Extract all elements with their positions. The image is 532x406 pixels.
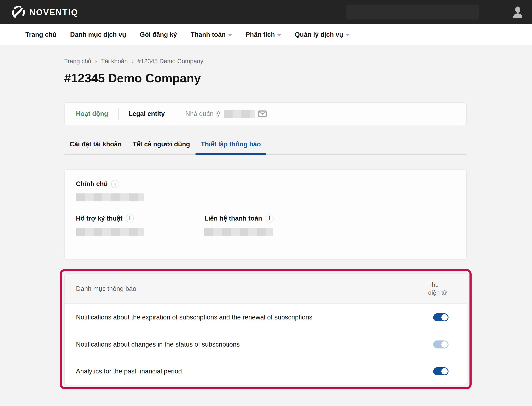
nav-item-subscriptions[interactable]: Gói đăng ký — [140, 31, 177, 38]
nav-item-home[interactable]: Trang chủ — [25, 31, 56, 38]
info-icon[interactable]: i — [266, 214, 273, 222]
notification-row-status-changes: Notifications about changes in the statu… — [65, 331, 467, 358]
divider — [175, 108, 175, 120]
tab-all-users[interactable]: Tất cả người dùng — [127, 140, 196, 154]
notification-row-expiration: Notifications about the expiration of su… — [65, 304, 467, 331]
chevron-down-icon — [346, 34, 350, 36]
email-toggle[interactable] — [433, 341, 448, 348]
notification-table-header: Danh mục thông báo Thư điện tử — [65, 274, 467, 304]
chevron-down-icon — [277, 34, 281, 36]
status-active-label: Hoạt động — [76, 110, 108, 118]
legal-entity-label: Legal entity — [129, 110, 165, 118]
email-toggle[interactable] — [433, 313, 448, 321]
highlight-annotation: Danh mục thông báo Thư điện tử Notificat… — [60, 269, 472, 389]
page-title: #12345 Demo Company — [64, 70, 532, 86]
tab-account-settings[interactable]: Cài đặt tài khoản — [64, 140, 127, 154]
header-search-input[interactable] — [346, 5, 479, 20]
billing-contact-label: Liên hệ thanh toán i — [204, 214, 455, 222]
breadcrumb-home[interactable]: Trang chủ — [64, 57, 91, 65]
user-menu-button[interactable] — [511, 6, 525, 19]
person-icon — [512, 6, 523, 18]
nav-item-service-catalog[interactable]: Danh mục dịch vụ — [70, 31, 126, 38]
breadcrumb-separator: › — [132, 57, 134, 65]
notification-settings-card: Danh mục thông báo Thư điện tử Notificat… — [64, 274, 467, 385]
email-column-header: Thư điện tử — [428, 281, 451, 297]
nav-item-billing[interactable]: Thanh toán — [191, 31, 232, 38]
primary-contact-redacted — [76, 193, 144, 201]
notification-row-label: Notifications about the expiration of su… — [76, 314, 312, 321]
notification-row-label: Analytics for the past financial period — [76, 368, 182, 375]
top-header: NOVENTIQ — [0, 0, 532, 24]
breadcrumb-current: #12345 Demo Company — [137, 57, 203, 65]
billing-contact-redacted — [204, 228, 273, 236]
nav-item-analytics[interactable]: Phân tích — [246, 31, 281, 38]
contacts-card: Chính chủ i Hỗ trợ kỹ thuật i Liên hệ th… — [64, 169, 467, 260]
tab-notification-settings[interactable]: Thiết lập thông báo — [196, 140, 266, 154]
tech-support-redacted — [76, 228, 144, 236]
notification-row-analytics: Analytics for the past financial period — [65, 358, 467, 384]
breadcrumb: Trang chủ › Tài khoản › #12345 Demo Comp… — [64, 57, 532, 65]
primary-contact-label: Chính chủ i — [76, 180, 455, 188]
breadcrumb-separator: › — [95, 57, 97, 65]
email-envelope-icon[interactable] — [258, 110, 267, 117]
info-icon[interactable]: i — [126, 214, 134, 222]
info-icon[interactable]: i — [111, 180, 119, 188]
chevron-down-icon — [228, 34, 232, 36]
main-content: Trang chủ › Tài khoản › #12345 Demo Comp… — [0, 57, 532, 389]
category-column-header: Danh mục thông báo — [76, 285, 136, 293]
account-status-card: Hoạt động Legal entity Nhà quản lý — [64, 102, 467, 125]
main-nav: Trang chủ Danh mục dịch vụ Gói đăng ký T… — [0, 24, 532, 45]
manager-label: Nhà quản lý — [185, 110, 220, 118]
email-toggle[interactable] — [433, 367, 448, 375]
noventiq-mark-icon — [12, 5, 26, 19]
page: NOVENTIQ Trang chủ Danh mục dịch vụ Gói … — [0, 0, 532, 406]
tech-support-label: Hỗ trợ kỹ thuật i — [76, 214, 204, 222]
nav-item-service-management[interactable]: Quản lý dịch vụ — [295, 31, 350, 38]
logo-text: NOVENTIQ — [29, 7, 78, 17]
divider — [118, 108, 119, 120]
notification-row-label: Notifications about changes in the statu… — [76, 341, 240, 348]
manager-name-redacted — [224, 110, 255, 118]
logo[interactable]: NOVENTIQ — [12, 5, 78, 19]
breadcrumb-accounts[interactable]: Tài khoản — [101, 57, 128, 65]
account-tabs: Cài đặt tài khoản Tất cả người dùng Thiế… — [64, 140, 467, 155]
